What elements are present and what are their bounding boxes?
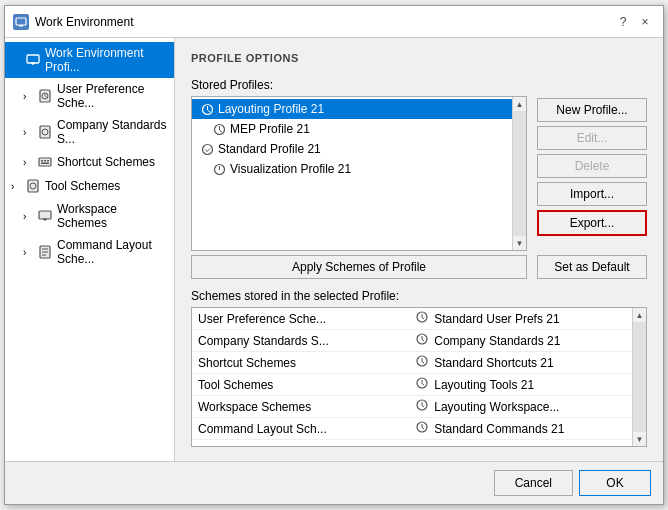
profile-label: Layouting Profile 21	[218, 102, 324, 116]
sidebar-item-workspace-schemes[interactable]: › Workspace Schemes	[5, 198, 174, 234]
profile-item-standard[interactable]: Standard Profile 21	[192, 139, 526, 159]
doc-icon	[37, 88, 53, 104]
schemes-label: Schemes stored in the selected Profile:	[191, 289, 647, 303]
svg-rect-11	[44, 160, 46, 162]
svg-line-25	[207, 110, 210, 112]
sidebar-item-label: Shortcut Schemes	[57, 155, 155, 169]
sidebar-item-company-standards[interactable]: › Company Standards S...	[5, 114, 174, 150]
scroll-track	[633, 322, 646, 432]
scheme-left: User Preference Sche...	[192, 308, 410, 330]
workspace-icon	[37, 208, 53, 224]
profile-item-visualization[interactable]: Visualization Profile 21	[192, 159, 526, 179]
expand-arrow: ›	[23, 247, 35, 258]
svg-line-43	[422, 384, 424, 386]
schemes-section: Schemes stored in the selected Profile: …	[191, 289, 647, 447]
scheme-right: Standard User Prefs 21	[410, 308, 646, 330]
sidebar: Work Environment Profi... › User Prefere…	[5, 38, 175, 461]
svg-line-40	[422, 362, 424, 364]
scheme-right: Layouting Workspace...	[410, 396, 646, 418]
scroll-track	[513, 111, 526, 236]
scheme-icon	[416, 377, 428, 389]
sidebar-item-tool-schemes[interactable]: › Tool Schemes	[5, 174, 174, 198]
new-profile-button[interactable]: New Profile...	[537, 98, 647, 122]
ok-button[interactable]: OK	[579, 470, 651, 496]
help-button[interactable]: ?	[613, 12, 633, 32]
expand-arrow: ›	[11, 181, 23, 192]
scroll-down-arrow[interactable]: ▼	[633, 432, 647, 446]
expand-arrow: ›	[23, 91, 35, 102]
schemes-scrollbar[interactable]: ▲ ▼	[632, 308, 646, 446]
scheme-left: Workspace Schemes	[192, 396, 410, 418]
import-button[interactable]: Import...	[537, 182, 647, 206]
scheme-row: Company Standards S... Company Standards…	[192, 330, 646, 352]
svg-rect-12	[47, 160, 49, 162]
title-bar-controls: ? ×	[613, 12, 655, 32]
scrollbar[interactable]: ▲ ▼	[512, 97, 526, 250]
scroll-up-arrow[interactable]: ▲	[513, 97, 527, 111]
svg-rect-0	[16, 18, 26, 25]
scheme-icon	[416, 333, 428, 345]
profile-icon	[212, 122, 226, 136]
scheme-icon	[416, 399, 428, 411]
profile-list-container: Stored Profiles:	[191, 78, 527, 251]
svg-line-49	[422, 428, 424, 430]
scheme-row: Command Layout Sch... Standard Commands …	[192, 418, 646, 440]
profile-label: Standard Profile 21	[218, 142, 321, 156]
scroll-down-arrow[interactable]: ▼	[513, 236, 527, 250]
scheme-left: Tool Schemes	[192, 374, 410, 396]
stored-profiles-label: Stored Profiles:	[191, 78, 527, 92]
title-bar: Work Environment ? ×	[5, 6, 663, 38]
scheme-icon	[416, 355, 428, 367]
scheme-left: Shortcut Schemes	[192, 352, 410, 374]
layout-icon	[37, 244, 53, 260]
profile-item-mep[interactable]: MEP Profile 21	[192, 119, 526, 139]
section-title: PROFILE OPTIONS	[191, 52, 647, 64]
scheme-right: Standard Shortcuts 21	[410, 352, 646, 374]
sidebar-item-shortcut-schemes[interactable]: › Shortcut Schemes	[5, 150, 174, 174]
apply-schemes-button[interactable]: Apply Schemes of Profile	[191, 255, 527, 279]
svg-rect-13	[41, 163, 49, 165]
main-content: PROFILE OPTIONS Stored Profiles:	[175, 38, 663, 461]
edit-button[interactable]: Edit...	[537, 126, 647, 150]
svg-rect-9	[39, 158, 51, 166]
sidebar-item-label: Company Standards S...	[57, 118, 168, 146]
dialog-footer: Cancel OK	[5, 461, 663, 504]
scheme-row: Shortcut Schemes Standard Shortcuts 21	[192, 352, 646, 374]
profile-icon	[200, 102, 214, 116]
svg-rect-16	[39, 211, 51, 219]
profile-label: MEP Profile 21	[230, 122, 310, 136]
wrench-icon	[25, 178, 41, 194]
svg-line-28	[219, 130, 222, 132]
sidebar-item-command-layout[interactable]: › Command Layout Sche...	[5, 234, 174, 270]
expand-arrow: ›	[23, 127, 35, 138]
svg-line-46	[422, 406, 424, 408]
sidebar-item-label: Command Layout Sche...	[57, 238, 168, 266]
action-row: Apply Schemes of Profile Set as Default	[191, 255, 647, 279]
scheme-right: Standard Commands 21	[410, 418, 646, 440]
close-button[interactable]: ×	[635, 12, 655, 32]
sidebar-item-user-preference[interactable]: › User Preference Sche...	[5, 78, 174, 114]
doc-icon	[37, 124, 53, 140]
scheme-row: User Preference Sche... Standard User Pr…	[192, 308, 646, 330]
delete-button[interactable]: Delete	[537, 154, 647, 178]
profile-area: Stored Profiles:	[191, 78, 647, 251]
svg-rect-1	[19, 25, 23, 27]
scheme-left: Company Standards S...	[192, 330, 410, 352]
cancel-button[interactable]: Cancel	[494, 470, 573, 496]
scheme-right: Layouting Tools 21	[410, 374, 646, 396]
work-environment-dialog: Work Environment ? × Work Environment Pr…	[4, 5, 664, 505]
profile-buttons: New Profile... Edit... Delete Import... …	[537, 78, 647, 251]
scroll-up-arrow[interactable]: ▲	[633, 308, 647, 322]
profile-list: Layouting Profile 21	[192, 97, 526, 181]
profile-item-layouting[interactable]: Layouting Profile 21	[192, 99, 526, 119]
scheme-icon	[416, 311, 428, 323]
set-default-button[interactable]: Set as Default	[537, 255, 647, 279]
svg-line-37	[422, 340, 424, 342]
profile-listbox[interactable]: Layouting Profile 21	[191, 96, 527, 251]
sidebar-item-work-env-profile[interactable]: Work Environment Profi...	[5, 42, 174, 78]
export-button[interactable]: Export...	[537, 210, 647, 236]
svg-rect-10	[41, 160, 43, 162]
dialog-icon	[13, 14, 29, 30]
expand-arrow: ›	[23, 157, 35, 168]
monitor-icon	[25, 52, 41, 68]
